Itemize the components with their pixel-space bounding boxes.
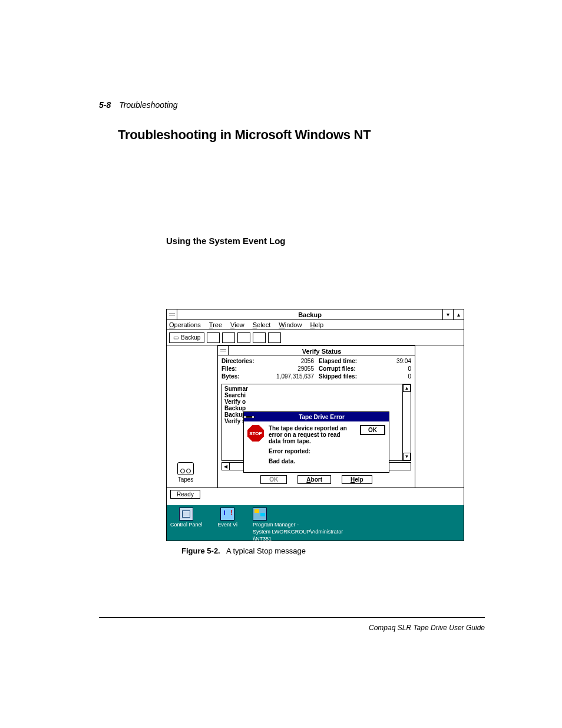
program-manager-shortcut[interactable]: Program Manager - System LWORKGROUP\Admi…	[253, 508, 343, 542]
stop-icon: STOP	[247, 425, 264, 442]
tapes-icon	[177, 462, 194, 475]
status-text: Ready	[170, 490, 200, 499]
value-files: 29055	[297, 365, 314, 372]
figure-number: Figure 5-2.	[181, 546, 220, 555]
desktop-area: Control Panel Event Vi Program Manager -…	[167, 505, 464, 541]
program-manager-label-3: \\NT351	[253, 536, 272, 542]
tapes-label: Tapes	[177, 476, 194, 483]
section-name: Troubleshooting	[119, 100, 177, 110]
log-line: Backup	[224, 405, 408, 411]
footer-rule	[99, 617, 485, 618]
error-message: The tape device reported an error on a r…	[269, 425, 353, 469]
page-number: 5-8	[99, 100, 111, 110]
log-line: Searchi	[224, 392, 408, 398]
verify-stats: Directories:2056 Files:29055 Bytes:1,097…	[218, 355, 415, 383]
menu-help[interactable]: Help	[310, 321, 323, 328]
program-manager-label-2: System LWORKGROUP\Administrator	[253, 529, 343, 535]
value-directories: 2056	[301, 358, 314, 364]
verify-system-menu-icon[interactable]	[218, 346, 229, 355]
value-bytes: 1,097,315,637	[276, 373, 314, 380]
event-viewer-label: Event Vi	[218, 522, 237, 528]
verify-button-row: OK Abort Help	[218, 473, 415, 487]
toolbar-ghost-1[interactable]	[207, 332, 220, 343]
log-vertical-scrollbar[interactable]: ▲ ▼	[402, 384, 411, 460]
menubar: Operations Tree View Select Window Help	[167, 320, 464, 330]
heading-2: Using the System Event Log	[166, 236, 286, 246]
control-panel-icon	[179, 508, 193, 521]
toolbar-ghost-3[interactable]	[237, 332, 250, 343]
label-files: Files:	[222, 365, 237, 372]
mdi-client-area: Tapes ▭Ta \d t Verify Status Directories…	[167, 345, 464, 487]
menu-tree[interactable]: Tree	[209, 321, 222, 328]
app-titlebar: Backup	[167, 309, 464, 320]
label-skipped: Skipped files:	[319, 373, 357, 380]
program-manager-icon	[253, 508, 267, 521]
minimize-button[interactable]	[442, 309, 453, 319]
label-elapsed: Elapsed time:	[319, 358, 357, 364]
verify-ok-button[interactable]: OK	[260, 475, 287, 484]
tapes-minimized-window[interactable]: Tapes	[177, 462, 194, 483]
error-line-2: Error reported:	[269, 448, 353, 454]
menu-window[interactable]: Window	[279, 321, 302, 328]
menu-select[interactable]: Select	[253, 321, 271, 328]
menu-view[interactable]: View	[230, 321, 244, 328]
verify-help-button[interactable]: Help	[342, 475, 372, 484]
status-bar: Ready	[167, 487, 464, 500]
app-title: Backup	[177, 309, 442, 319]
verify-titlebar: Verify Status	[218, 346, 415, 355]
error-titlebar: Tape Drive Error	[244, 412, 389, 421]
verify-abort-button[interactable]: Abort	[297, 475, 331, 484]
error-system-menu-icon[interactable]	[244, 416, 254, 418]
running-header: 5-8Troubleshooting	[99, 100, 178, 110]
backup-button[interactable]: ▭ Backup	[169, 332, 204, 343]
scroll-up-icon[interactable]: ▲	[403, 384, 411, 392]
scroll-down-icon[interactable]: ▼	[403, 453, 411, 460]
verify-title: Verify Status	[229, 346, 415, 355]
control-panel-label: Control Panel	[170, 522, 203, 528]
value-elapsed: 39:04	[396, 358, 411, 364]
error-line-1: The tape device reported an error on a r…	[269, 425, 353, 444]
error-ok-button[interactable]: OK	[360, 425, 385, 435]
toolbar-ghost-5[interactable]	[268, 332, 281, 343]
figure-caption: Figure 5-2. A typical Stop message	[181, 546, 306, 555]
backup-app-window: Backup Operations Tree View Select Windo…	[167, 309, 464, 500]
figure-screenshot: Backup Operations Tree View Select Windo…	[166, 309, 464, 541]
error-title: Tape Drive Error	[254, 414, 389, 420]
label-directories: Directories:	[222, 358, 254, 364]
value-corrupt: 0	[408, 365, 411, 372]
program-manager-label-1: Program Manager -	[253, 522, 299, 528]
event-viewer-icon	[220, 508, 234, 521]
heading-1: Troubleshooting in Microsoft Windows NT	[118, 127, 371, 143]
toolbar-ghost-4[interactable]	[253, 332, 266, 343]
label-bytes: Bytes:	[222, 373, 240, 380]
event-viewer-shortcut[interactable]: Event Vi	[218, 508, 237, 528]
scroll-left-icon[interactable]: ◀	[222, 463, 230, 470]
error-line-3: Bad data.	[269, 458, 353, 465]
value-skipped: 0	[408, 373, 411, 380]
log-line: Summar	[224, 386, 408, 392]
label-corrupt: Corrupt files:	[319, 365, 356, 372]
tape-icon: ▭	[173, 334, 178, 341]
tape-drive-error-dialog: Tape Drive Error STOP The tape device re…	[243, 411, 389, 473]
control-panel-shortcut[interactable]: Control Panel	[170, 508, 203, 528]
maximize-button[interactable]	[453, 309, 464, 319]
toolbar-ghost-2[interactable]	[222, 332, 235, 343]
log-line: Verify o	[224, 398, 408, 405]
figure-caption-text: A typical Stop message	[226, 546, 306, 555]
system-menu-icon[interactable]	[167, 309, 177, 319]
footer-text: Compaq SLR Tape Drive User Guide	[369, 624, 485, 632]
menu-operations[interactable]: Operations	[169, 321, 201, 328]
toolbar: ▭ Backup	[167, 330, 464, 345]
